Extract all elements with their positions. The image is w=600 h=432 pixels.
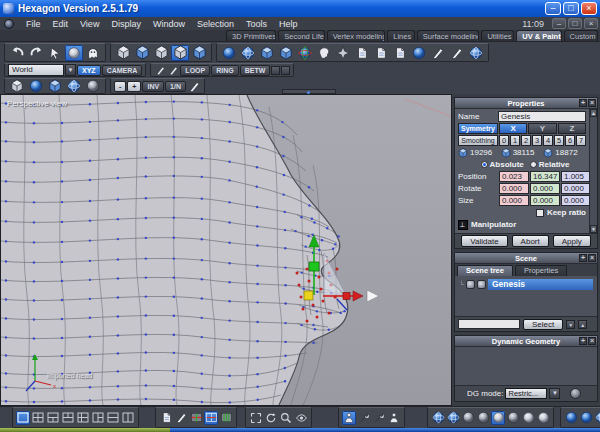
close-button[interactable]: × <box>581 2 597 15</box>
increase-button[interactable]: + <box>127 81 141 92</box>
tab-3d-primitives[interactable]: 3D Primitives <box>226 30 276 41</box>
uv-head-button[interactable] <box>315 45 333 61</box>
size-y-field[interactable]: 0.000 <box>530 195 560 206</box>
scene-tree-item-genesis[interactable]: └ Genesis <box>459 279 593 290</box>
properties-scrollbar[interactable]: ▲ ▼ <box>589 109 597 233</box>
notes-button[interactable] <box>159 411 173 425</box>
tab-uv-paint[interactable]: UV & Paint <box>516 30 561 41</box>
size-z-field[interactable]: 0.000 <box>561 195 591 206</box>
smoothing-level-5[interactable]: 5 <box>554 135 564 146</box>
tool-wrench-alt-button[interactable] <box>372 411 386 425</box>
position-y-field[interactable]: 16.347 <box>530 171 560 182</box>
position-x-field[interactable]: 0.023 <box>499 171 529 182</box>
scroll-down-button[interactable]: ▼ <box>590 225 597 233</box>
redo-button[interactable] <box>27 45 45 61</box>
layout-three-top-button[interactable] <box>61 411 75 425</box>
scene-tree-area[interactable]: └ Genesis <box>455 276 597 316</box>
grid-planes-button[interactable] <box>219 411 233 425</box>
decrease-button[interactable]: - <box>114 81 126 92</box>
apply-button[interactable]: Apply <box>553 235 591 247</box>
smoothing-level-4[interactable]: 4 <box>543 135 553 146</box>
scene-panel-header[interactable]: Scene + × <box>455 253 597 264</box>
menu-tools[interactable]: Tools <box>240 19 273 29</box>
layout-quad-view-button[interactable] <box>31 411 45 425</box>
inner-maximize-button[interactable]: □ <box>568 18 582 29</box>
maximize-button[interactable]: □ <box>563 2 579 15</box>
smoothing-level-6[interactable]: 6 <box>565 135 575 146</box>
menu-window[interactable]: Window <box>147 19 191 29</box>
fit-view-button[interactable] <box>249 411 263 425</box>
select-edges-button[interactable] <box>133 45 151 61</box>
properties-close-button[interactable]: × <box>588 99 596 107</box>
pose-walk-button[interactable] <box>387 411 401 425</box>
smoothing-level-7[interactable]: 7 <box>576 135 586 146</box>
ghost-mode-button[interactable] <box>84 45 102 61</box>
uv-cluster-button[interactable] <box>467 45 485 61</box>
uv-pinch-button[interactable] <box>334 45 352 61</box>
display-sphere-c-button[interactable] <box>594 411 600 425</box>
paint-pen-button[interactable] <box>448 45 466 61</box>
abort-button[interactable]: Abort <box>512 235 549 247</box>
menu-view[interactable]: View <box>74 19 105 29</box>
one-n-button[interactable]: 1/N <box>165 81 186 92</box>
scene-collapse-button[interactable]: + <box>579 254 587 262</box>
menu-edit[interactable]: Edit <box>47 19 75 29</box>
smoothing-level-0[interactable]: 0 <box>499 135 509 146</box>
sphere-select-button[interactable] <box>65 45 83 61</box>
edge-tool-button[interactable] <box>154 62 166 78</box>
shade-material-button[interactable] <box>521 411 535 425</box>
properties-panel-header[interactable]: Properties + × <box>455 98 597 109</box>
visibility-view-button[interactable] <box>294 411 308 425</box>
smooth-pen-button[interactable] <box>187 78 201 94</box>
select-tool-button[interactable] <box>46 45 64 61</box>
visibility-icon[interactable] <box>466 280 475 289</box>
edge-tool-alt-button[interactable] <box>167 62 179 78</box>
menu-help[interactable]: Help <box>273 19 304 29</box>
dg-mode-select[interactable]: Restric... <box>505 388 547 399</box>
tab-custom[interactable]: Custom <box>564 30 598 41</box>
tab-scene-tree[interactable]: Scene tree <box>457 265 513 276</box>
select-auto-button[interactable] <box>190 45 208 61</box>
select-object-button[interactable] <box>171 45 189 61</box>
zoom-view-button[interactable] <box>279 411 293 425</box>
layout-h-split-button[interactable] <box>106 411 120 425</box>
invert-selection-button[interactable]: INV <box>142 81 164 92</box>
menu-selection[interactable]: Selection <box>191 19 240 29</box>
tab-surface-modeling[interactable]: Surface modeling <box>417 30 480 41</box>
absolute-radio[interactable] <box>481 161 488 168</box>
minimize-button[interactable]: – <box>545 2 561 15</box>
wheel-tool-button[interactable] <box>65 78 83 94</box>
symmetry-y-button[interactable]: Y <box>528 123 556 134</box>
shade-smooth-button[interactable] <box>491 411 505 425</box>
camera-button[interactable]: CAMERA <box>102 65 143 76</box>
eraser-tool-button[interactable] <box>8 78 26 94</box>
coordinate-space-dropdown-arrow[interactable]: ▼ <box>65 64 76 76</box>
tree-expand-button[interactable]: ▼ <box>566 320 575 329</box>
dynamic-geometry-header[interactable]: Dynamic Geometry + × <box>455 336 597 347</box>
shade-textured-button[interactable] <box>506 411 520 425</box>
name-field[interactable]: Genesis <box>498 111 586 122</box>
display-sphere-b-button[interactable] <box>579 411 593 425</box>
smoothing-level-1[interactable]: 1 <box>510 135 520 146</box>
uv-copy-button[interactable] <box>372 45 390 61</box>
brush-tool-button[interactable] <box>27 78 45 94</box>
relative-radio[interactable] <box>530 161 537 168</box>
select-button[interactable]: Select <box>523 319 563 330</box>
layout-quad-alt-button[interactable] <box>76 411 90 425</box>
position-z-field[interactable]: 1.005 <box>561 171 591 182</box>
paint-info-button[interactable] <box>174 411 188 425</box>
uv-paste-button[interactable] <box>391 45 409 61</box>
scene-filter-input[interactable] <box>458 319 520 329</box>
uv-patch-button[interactable] <box>258 45 276 61</box>
shade-dot-globe-button[interactable] <box>446 411 460 425</box>
symmetry-z-button[interactable]: Z <box>558 123 586 134</box>
loop-button[interactable]: LOOP <box>180 65 210 76</box>
tab-scene-properties[interactable]: Properties <box>515 265 567 276</box>
layout-single-view-button[interactable] <box>16 411 30 425</box>
orbit-view-button[interactable] <box>264 411 278 425</box>
uv-sphere-button[interactable] <box>220 45 238 61</box>
layout-three-bottom-button[interactable] <box>46 411 60 425</box>
layout-left-split-button[interactable] <box>91 411 105 425</box>
rotate-z-field[interactable]: 0.000 <box>561 183 591 194</box>
tab-lines[interactable]: Lines <box>387 30 415 41</box>
